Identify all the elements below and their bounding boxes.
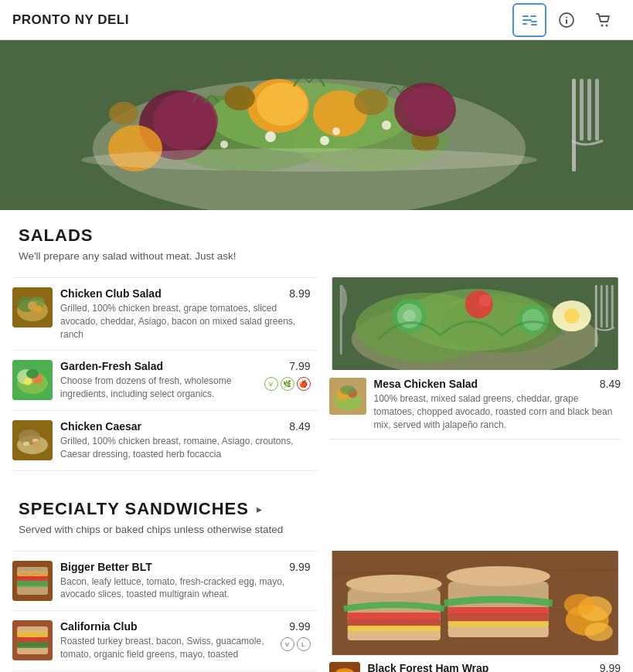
cart-icon-button[interactable] bbox=[587, 3, 621, 37]
item-content: California Club 9.99 Roasted turkey brea… bbox=[60, 620, 311, 661]
cart-icon bbox=[595, 12, 612, 29]
item-thumbnail bbox=[12, 561, 53, 601]
svg-point-35 bbox=[81, 148, 537, 171]
item-price: 8.99 bbox=[289, 287, 310, 300]
info-icon-button[interactable] bbox=[550, 3, 584, 37]
svg-point-15 bbox=[153, 92, 218, 151]
item-name: Chicken Caesar bbox=[60, 420, 283, 433]
item-content: Black Forest Ham Wrap 9.99 bbox=[368, 662, 621, 672]
item-description: Roasted turkey breast, bacon, Swiss, gua… bbox=[60, 635, 277, 661]
list-item[interactable]: Chicken Caesar 8.49 Grilled, 100% chicke… bbox=[12, 411, 317, 471]
menu-icon-button[interactable] bbox=[512, 3, 546, 37]
item-desc-badges: Roasted turkey breast, bacon, Swiss, gua… bbox=[60, 635, 311, 661]
list-item[interactable]: Bigger Better BLT 9.99 Bacon, leafy lett… bbox=[12, 552, 317, 612]
food-image bbox=[12, 420, 53, 460]
food-image bbox=[12, 620, 53, 660]
svg-point-27 bbox=[220, 141, 228, 148]
svg-point-53 bbox=[33, 441, 41, 449]
svg-point-109 bbox=[584, 623, 612, 641]
specialty-sandwiches-section: SPECIALTY SANDWICHES ▸ Served with chips… bbox=[0, 484, 633, 551]
svg-point-61 bbox=[403, 310, 415, 322]
item-description: Bacon, leafy lettuce, tomato, fresh-crac… bbox=[60, 575, 311, 602]
list-item[interactable]: Garden-Fresh Salad 7.99 Choose from doze… bbox=[12, 351, 317, 411]
item-header: Chicken Club Salad 8.99 bbox=[60, 287, 311, 300]
item-thumbnail bbox=[12, 420, 53, 460]
svg-point-17 bbox=[257, 83, 308, 126]
item-name: California Club bbox=[60, 620, 283, 633]
svg-point-7 bbox=[601, 24, 604, 26]
svg-point-95 bbox=[345, 575, 441, 593]
list-item[interactable]: Black Forest Ham Wrap 9.99 bbox=[329, 655, 621, 672]
food-image bbox=[329, 662, 360, 672]
specialty-sandwiches-title: SPECIALTY SANDWICHES ▸ bbox=[19, 499, 614, 519]
salads-section: SALADS We'll prepare any salad without m… bbox=[0, 210, 633, 277]
svg-rect-98 bbox=[347, 626, 440, 632]
header-icon-group bbox=[512, 3, 621, 37]
svg-rect-102 bbox=[448, 607, 548, 614]
item-header: Garden-Fresh Salad 7.99 bbox=[60, 360, 311, 372]
cursor-indicator: ▸ bbox=[257, 503, 262, 515]
food-image bbox=[12, 287, 53, 328]
featured-sandwich-image bbox=[329, 551, 621, 655]
badge-organic: V bbox=[264, 377, 278, 391]
item-header: California Club 9.99 bbox=[60, 620, 311, 633]
svg-point-63 bbox=[522, 309, 543, 331]
svg-rect-0 bbox=[522, 15, 529, 17]
app-header: PRONTO NY DELI bbox=[0, 0, 633, 40]
svg-rect-51 bbox=[23, 442, 29, 446]
item-badges: V 🌿 🍎 bbox=[264, 377, 311, 391]
item-price: 9.99 bbox=[600, 662, 621, 672]
item-desc-badges: Choose from dozens of fresh, wholesome i… bbox=[60, 375, 311, 401]
item-price: 8.49 bbox=[289, 420, 310, 433]
item-thumbnail bbox=[12, 287, 53, 328]
food-image bbox=[329, 378, 366, 415]
list-item[interactable]: Mesa Chicken Salad 8.49 100% breast, mix… bbox=[329, 370, 621, 440]
svg-point-23 bbox=[109, 102, 138, 125]
salads-title: SALADS bbox=[19, 226, 614, 246]
svg-point-24 bbox=[320, 136, 329, 145]
svg-rect-97 bbox=[347, 619, 440, 626]
svg-point-25 bbox=[332, 127, 340, 135]
list-item[interactable]: Chicken Club Salad 8.99 Grilled, 100% ch… bbox=[12, 278, 317, 351]
item-name: Garden-Fresh Salad bbox=[60, 360, 283, 372]
sandwiches-featured: Black Forest Ham Wrap 9.99 bbox=[317, 551, 621, 672]
app-title: PRONTO NY DELI bbox=[12, 12, 129, 28]
item-name: Black Forest Ham Wrap bbox=[368, 662, 594, 672]
svg-point-21 bbox=[354, 89, 388, 115]
svg-rect-83 bbox=[17, 567, 48, 573]
item-description: Grilled, 100% chicken breast, romaine, A… bbox=[60, 435, 311, 461]
salads-list: Chicken Club Salad 8.99 Grilled, 100% ch… bbox=[12, 277, 317, 471]
svg-rect-31 bbox=[572, 79, 576, 171]
svg-point-108 bbox=[563, 594, 594, 616]
svg-rect-69 bbox=[600, 285, 602, 328]
item-price: 7.99 bbox=[289, 360, 310, 372]
svg-point-77 bbox=[340, 385, 356, 395]
list-item[interactable]: California Club 9.99 Roasted turkey brea… bbox=[12, 611, 317, 671]
featured-salad-image bbox=[329, 277, 621, 370]
badge-l: L bbox=[297, 637, 311, 651]
item-price: 9.99 bbox=[289, 561, 310, 573]
item-content: Mesa Chicken Salad 8.49 100% breast, mix… bbox=[374, 378, 621, 431]
svg-rect-103 bbox=[448, 613, 548, 622]
svg-point-30 bbox=[403, 86, 454, 129]
item-description: 100% breast, mixed salad greens, cheddar… bbox=[374, 392, 621, 431]
svg-point-65 bbox=[478, 294, 491, 307]
item-header: Bigger Better BLT 9.99 bbox=[60, 561, 311, 573]
info-icon bbox=[558, 12, 575, 29]
badge-v: V bbox=[281, 637, 294, 651]
item-content: Garden-Fresh Salad 7.99 Choose from doze… bbox=[60, 360, 311, 401]
svg-point-101 bbox=[446, 566, 550, 586]
sandwiches-grid: Bigger Better BLT 9.99 Bacon, leafy lett… bbox=[12, 551, 621, 672]
svg-rect-32 bbox=[580, 79, 584, 141]
svg-point-20 bbox=[224, 86, 255, 110]
svg-rect-68 bbox=[594, 285, 597, 347]
svg-point-67 bbox=[563, 308, 579, 324]
specialty-sandwiches-subtitle: Served with chips or baked chips unless … bbox=[19, 524, 614, 535]
svg-rect-1 bbox=[522, 19, 532, 21]
svg-rect-33 bbox=[587, 79, 591, 141]
item-header: Mesa Chicken Salad 8.49 bbox=[374, 378, 621, 390]
item-content: Chicken Club Salad 8.99 Grilled, 100% ch… bbox=[60, 287, 311, 341]
food-image bbox=[12, 360, 53, 400]
featured-sandwich-illustration bbox=[329, 551, 621, 655]
svg-point-46 bbox=[24, 378, 32, 385]
